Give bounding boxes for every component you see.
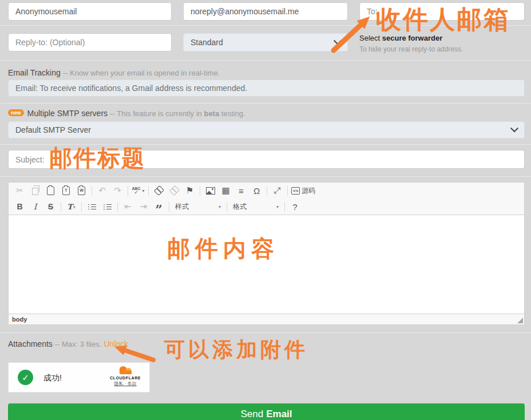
cloudflare-brand-text: CLOUDFLARE [107, 376, 144, 380]
table-icon[interactable]: ▦ [218, 184, 233, 197]
chevron-down-icon [510, 124, 518, 132]
divider [0, 176, 531, 177]
unlink-icon [167, 184, 182, 197]
toolbar-separator [61, 202, 61, 212]
styles-dropdown[interactable]: 样式▾ [172, 200, 224, 213]
editor-toolbar-row2: BISTx⇤⇥”样式▾格式▾? [9, 199, 524, 215]
tracking-email-input[interactable] [8, 80, 525, 97]
bold-button[interactable]: B [12, 200, 27, 213]
blockquote-button[interactable]: ” [151, 197, 167, 216]
forwarder-hint-sub: To hide your real reply-to address. [359, 45, 463, 53]
cut-icon: ✂ [12, 184, 27, 197]
cloudflare-logo-icon [117, 366, 134, 374]
annotation-subject: 邮件标题 [49, 146, 145, 169]
remove-format-button[interactable]: Tx [64, 200, 79, 213]
paste-text-icon[interactable]: T [58, 184, 74, 197]
toolbar-separator [169, 202, 169, 212]
ordered-list-button[interactable] [84, 200, 100, 213]
forwarder-selected-value: Standard [191, 38, 223, 47]
divider [0, 103, 531, 104]
toolbar-separator [267, 186, 267, 196]
success-check-icon: ✓ [18, 370, 33, 385]
format-dropdown[interactable]: 格式▾ [229, 200, 282, 213]
smtp-section-note: -- This feature is currently in beta tes… [110, 109, 245, 118]
resize-handle[interactable] [517, 318, 523, 323]
anonymous-email-compose-page: Standard Select secure forwarder To hide… [0, 0, 531, 420]
privacy-terms-links[interactable]: 隐私 · 条款 [107, 381, 144, 387]
toolbar-separator [117, 202, 118, 212]
captcha-status-text: 成功! [43, 373, 62, 383]
reply-to-input[interactable] [8, 33, 172, 51]
anchor-flag-icon[interactable]: ⚑ [182, 184, 197, 197]
attachments-section-title: Attachments -- Max: 3 files. Unlock [8, 339, 128, 348]
copy-icon [27, 184, 43, 197]
forwarder-hint-title: Select secure forwarder [359, 34, 442, 42]
annotation-attachments: 可以添加附件 [164, 339, 308, 359]
toolbar-separator [128, 186, 128, 196]
cloudflare-brand-block: CLOUDFLARE 隐私 · 条款 [107, 366, 144, 387]
from-name-input[interactable] [8, 2, 172, 21]
editor-element-path-bar: body [9, 314, 524, 324]
chevron-down-icon [334, 37, 342, 45]
smtp-section-title: newMultiple SMTP servers -- This feature… [8, 109, 245, 118]
maximize-icon[interactable]: ⤢ [270, 184, 285, 197]
tracking-section-title: Email Tracking -- Know when your email i… [8, 68, 220, 77]
send-email-button[interactable]: SendEmail [8, 403, 525, 420]
divider [0, 332, 531, 333]
image-icon[interactable] [203, 184, 218, 197]
spellcheck-icon[interactable]: ABC✓▾ [130, 184, 146, 197]
element-path-body[interactable]: body [12, 316, 27, 323]
unlock-link[interactable]: Unlock [104, 339, 128, 348]
annotation-body-content: 邮件内容 [167, 237, 279, 260]
attachments-note: -- Max: 3 files. [55, 340, 102, 348]
indent-button: ⇥ [136, 200, 151, 213]
redo-icon: ↷ [110, 184, 125, 197]
toolbar-separator [227, 202, 227, 212]
cloudflare-turnstile-widget[interactable]: ✓ 成功! CLOUDFLARE 隐私 · 条款 [8, 362, 150, 393]
special-char-icon[interactable]: Ω [249, 184, 264, 197]
editor-toolbar-row1: ✂TW↶↷ABC✓▾⚑▦≡Ω⤢<>源码 [9, 183, 524, 199]
unordered-list-button[interactable] [100, 200, 115, 213]
forwarder-select[interactable]: Standard [183, 33, 348, 51]
editor-body[interactable] [9, 216, 524, 314]
strikethrough-button[interactable]: S [43, 200, 58, 213]
toolbar-separator [81, 202, 82, 212]
paste-word-icon[interactable]: W [74, 184, 89, 197]
toolbar-separator [287, 186, 288, 196]
undo-icon: ↶ [94, 184, 110, 197]
divider [0, 60, 531, 61]
new-badge: new [8, 109, 24, 116]
annotation-recipient-email: 收件人邮箱 [376, 7, 510, 32]
toolbar-separator [284, 202, 285, 212]
toolbar-separator [200, 186, 200, 196]
smtp-selected-value: Default SMTP Server [15, 125, 91, 134]
about-button[interactable]: ? [287, 200, 303, 213]
smtp-select[interactable]: Default SMTP Server [8, 121, 525, 138]
paste-icon[interactable] [43, 184, 58, 197]
outdent-button: ⇤ [120, 200, 136, 213]
source-icon[interactable]: <>源码 [290, 184, 316, 197]
toolbar-separator [92, 186, 92, 196]
italic-button[interactable]: I [27, 200, 43, 213]
toolbar-separator [148, 186, 149, 196]
tracking-section-note: -- Know when your email is opened in rea… [63, 69, 220, 77]
from-email-input[interactable] [183, 2, 348, 21]
link-icon[interactable] [151, 184, 167, 197]
horizontal-line-icon[interactable]: ≡ [233, 184, 249, 197]
